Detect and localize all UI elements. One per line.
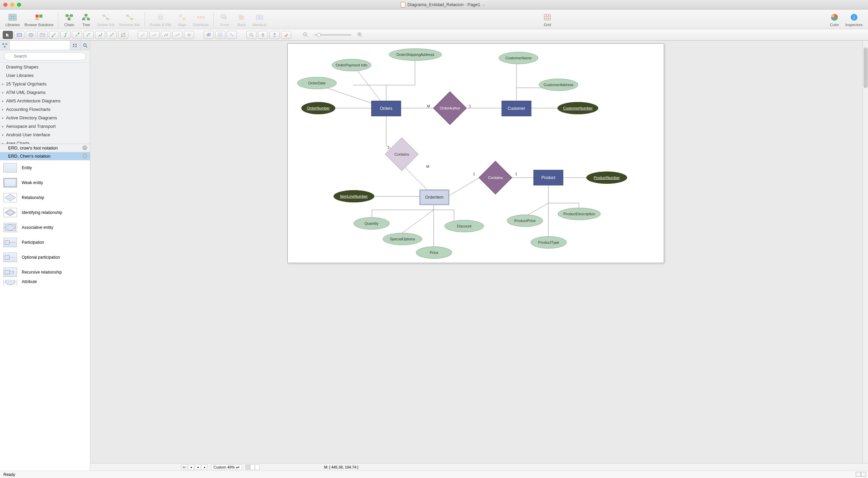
- attr-price[interactable]: Price: [416, 246, 452, 259]
- group-tool-2[interactable]: [215, 31, 225, 39]
- entity-customer[interactable]: Customer: [502, 101, 531, 116]
- key-customer-number[interactable]: CustomerNumber: [558, 102, 598, 114]
- zoom-in-button[interactable]: [355, 31, 365, 39]
- zoom-slider-knob[interactable]: [317, 33, 321, 37]
- ellipse-tool[interactable]: [26, 31, 36, 39]
- zoom-window-icon[interactable]: [17, 3, 21, 7]
- attr-customer-address[interactable]: CustomerAddress: [539, 79, 578, 91]
- line-tool-5[interactable]: [184, 31, 194, 39]
- attr-quantity[interactable]: Quantity: [354, 217, 390, 230]
- connector-7-tool[interactable]: [118, 31, 128, 39]
- minimize-window-icon[interactable]: [10, 3, 14, 7]
- stencil-associative-entity[interactable]: Associative entity: [0, 220, 90, 235]
- connector-3-tool[interactable]: [72, 31, 82, 39]
- attr-order-date[interactable]: OrderDate: [297, 77, 337, 89]
- close-window-icon[interactable]: [3, 3, 7, 7]
- diagram-page[interactable]: OrderShippingAddress OrderPayment Info O…: [287, 43, 664, 263]
- lib-category[interactable]: Aerospace and Transport: [0, 122, 90, 131]
- next-page-button[interactable]: ▸: [202, 464, 208, 470]
- entity-orders[interactable]: Orders: [371, 101, 401, 116]
- attr-order-shipping[interactable]: OrderShippingAddress: [389, 48, 442, 61]
- line-tool-2[interactable]: [149, 31, 159, 39]
- sidebar-search-input[interactable]: [4, 52, 86, 60]
- first-page-button[interactable]: ◂: [188, 464, 194, 470]
- attr-discount[interactable]: Discount: [445, 220, 484, 232]
- stencil-relationship[interactable]: Relationship: [0, 190, 90, 205]
- attr-customer-name[interactable]: CustomerName: [499, 52, 538, 64]
- zoom-tool[interactable]: [246, 31, 257, 39]
- lib-category[interactable]: User Libraries: [0, 71, 90, 80]
- lib-category[interactable]: Accounting Flowcharts: [0, 105, 90, 114]
- attr-product-price[interactable]: ProductPrice: [507, 215, 543, 227]
- entity-orderitem[interactable]: OrderItem: [419, 190, 449, 205]
- sidebar-search-icon[interactable]: [80, 41, 90, 50]
- lib-category[interactable]: ATM UML Diagrams: [0, 88, 90, 97]
- connector-1-tool[interactable]: [49, 31, 59, 39]
- sidebar-grid-view-icon[interactable]: [70, 41, 80, 50]
- stencil-weak-entity[interactable]: Weak entity: [0, 175, 90, 190]
- relation-orderauthor[interactable]: OrderAuthor: [433, 98, 467, 118]
- prev-page-button[interactable]: ◂: [195, 464, 201, 470]
- key-item-line[interactable]: ItemLineNumber: [334, 190, 374, 202]
- key-order-number[interactable]: OrderNumber: [301, 102, 335, 114]
- libraries-button[interactable]: Libraries: [3, 12, 22, 27]
- status-icon[interactable]: [861, 472, 866, 477]
- group-tool-1[interactable]: [204, 31, 214, 39]
- tree-button[interactable]: Tree: [78, 12, 94, 27]
- pan-tool[interactable]: [258, 31, 268, 39]
- zoom-level-box[interactable]: Custom 49% ▴▾: [211, 464, 242, 470]
- person-tool[interactable]: [269, 31, 280, 39]
- stencil-tab-crowsfoot[interactable]: ERD, crow's foot notation×: [0, 144, 90, 152]
- lib-category[interactable]: AWS Architecture Diagrams: [0, 97, 90, 105]
- chevron-down-icon[interactable]: ⌄: [482, 3, 485, 6]
- stencil-entity[interactable]: Entity: [0, 160, 90, 175]
- line-tool-1[interactable]: [138, 31, 148, 39]
- connector-6-tool[interactable]: [107, 31, 117, 39]
- rectangle-tool[interactable]: [14, 31, 24, 39]
- stencil-identifying-relationship[interactable]: Identifying relationship: [0, 205, 90, 220]
- pencil-tool[interactable]: [281, 31, 291, 39]
- page-tabs[interactable]: [245, 464, 260, 470]
- relation-contains-1[interactable]: Contains: [385, 144, 419, 164]
- entity-product[interactable]: Product: [533, 170, 563, 185]
- group-tool-3[interactable]: [227, 31, 237, 39]
- line-tool-4[interactable]: [172, 31, 183, 39]
- status-icon[interactable]: [856, 472, 861, 477]
- connector-2-tool[interactable]: [60, 31, 71, 39]
- chain-button[interactable]: Chain: [61, 12, 77, 27]
- page-splitter-icon[interactable]: ⫾⫾: [181, 464, 187, 470]
- grid-button[interactable]: Grid: [539, 12, 555, 27]
- sidebar-filter-input[interactable]: [10, 41, 70, 50]
- close-icon[interactable]: ×: [82, 154, 87, 158]
- stencil-attribute[interactable]: Attribute: [0, 280, 90, 286]
- inspectors-button[interactable]: i Inspectors: [843, 12, 865, 27]
- connector-5-tool[interactable]: [95, 31, 105, 39]
- lib-category[interactable]: 25 Typical Orgcharts: [0, 80, 90, 88]
- color-button[interactable]: Color: [826, 12, 843, 27]
- attr-product-desc[interactable]: ProductDescription: [558, 208, 601, 220]
- stencil-tab-chen[interactable]: ERD, Chen's notation×: [0, 152, 90, 160]
- canvas-scroll[interactable]: OrderShippingAddress OrderPayment Info O…: [90, 41, 868, 463]
- connector-4-tool[interactable]: [83, 31, 94, 39]
- browse-solutions-button[interactable]: Browse Solutions: [22, 12, 55, 27]
- scrollbar-thumb[interactable]: [864, 47, 868, 88]
- lib-category[interactable]: Area Charts: [0, 139, 90, 144]
- stencil-optional-participation[interactable]: Optional participation: [0, 250, 90, 265]
- relation-contains-2[interactable]: Contains: [478, 167, 512, 188]
- lib-category[interactable]: Drawing Shapes: [0, 63, 90, 71]
- stencil-participation[interactable]: Participation: [0, 235, 90, 250]
- pointer-tool[interactable]: [3, 31, 13, 39]
- stencil-recursive-relationship[interactable]: Recursive relationship: [0, 265, 90, 280]
- close-icon[interactable]: ×: [82, 145, 87, 150]
- lib-category[interactable]: Android User Interface: [0, 131, 90, 139]
- key-product-number[interactable]: ProductNumber: [586, 172, 627, 184]
- attr-product-type[interactable]: ProductType: [531, 236, 567, 248]
- zoom-slider[interactable]: [314, 34, 352, 36]
- attr-special-options[interactable]: SpecialOptions: [383, 233, 422, 245]
- zoom-out-button[interactable]: [301, 31, 311, 39]
- lib-category[interactable]: Active Directory Diagrams: [0, 114, 90, 122]
- vertical-scrollbar[interactable]: [863, 41, 868, 463]
- attr-order-payment[interactable]: OrderPayment Info: [332, 59, 371, 71]
- line-tool-3[interactable]: [161, 31, 171, 39]
- sidebar-struct-icon[interactable]: [0, 41, 10, 50]
